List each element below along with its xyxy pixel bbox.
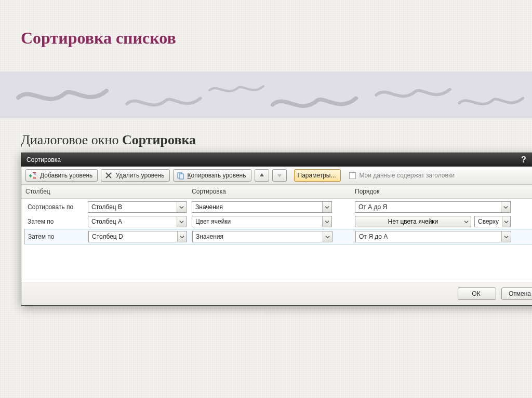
subtitle-bold: Сортировка — [122, 132, 196, 147]
sorton-combo[interactable]: Цвет ячейки — [192, 216, 332, 227]
dialog-toolbar: Добавить уровень Удалить уровень Копиров… — [21, 167, 532, 185]
headers-checkbox-wrap[interactable]: Мои данные содержат заголовки — [349, 172, 454, 179]
swirl-icon — [208, 77, 265, 101]
sorton-value: Значения — [192, 203, 322, 211]
color-value: Нет цвета ячейки — [388, 218, 438, 225]
order-value: От Я до А — [356, 233, 501, 240]
swirl-icon — [374, 81, 452, 105]
chevron-down-icon — [501, 202, 510, 212]
column-combo[interactable]: Столбец D — [88, 231, 187, 242]
grid-headers: Столбец Сортировка Порядок — [21, 185, 532, 199]
swirl-icon — [16, 83, 109, 107]
copy-level-button[interactable]: Копировать уровень — [173, 169, 251, 182]
parameters-button[interactable]: Параметры... — [294, 169, 341, 182]
chevron-down-icon — [177, 216, 186, 227]
chevron-down-icon — [323, 231, 332, 242]
column-combo[interactable]: Столбец B — [88, 201, 187, 213]
arrow-down-icon — [277, 173, 282, 178]
header-column: Столбец — [25, 188, 192, 195]
row-label: Сортировать по — [25, 203, 88, 211]
chevron-down-icon — [322, 202, 331, 212]
swirl-icon — [125, 90, 203, 114]
column-combo[interactable]: Столбец A — [88, 216, 187, 227]
slide-background: Сортировка списков Диалоговое окно Сорти… — [0, 0, 532, 398]
sort-row[interactable]: Сортировать по Столбец B Значения От А д… — [24, 200, 532, 214]
column-value: Столбец A — [88, 218, 177, 225]
add-level-icon — [29, 171, 37, 180]
sort-dialog: Сортировка ? Добавить уровень Удалить ур… — [21, 153, 532, 306]
row-label: Затем по — [26, 233, 88, 240]
decorative-band — [0, 72, 532, 118]
dialog-titlebar[interactable]: Сортировка ? — [21, 153, 532, 167]
swirl-icon — [457, 89, 525, 113]
position-combo[interactable]: Сверху — [474, 216, 511, 227]
column-value: Столбец D — [89, 233, 177, 240]
swirl-icon — [270, 90, 358, 114]
svg-rect-1 — [30, 174, 31, 177]
subtitle: Диалоговое окно Сортировка — [21, 132, 196, 148]
chevron-down-icon — [501, 231, 511, 242]
subtitle-prefix: Диалоговое окно — [21, 132, 122, 147]
dialog-title: Сортировка — [26, 156, 516, 163]
color-combo[interactable]: Нет цвета ячейки — [355, 216, 471, 227]
sort-row[interactable]: Затем по Столбец D Значения От Я до А — [24, 229, 532, 244]
arrow-up-icon — [259, 173, 264, 178]
sorton-value: Цвет ячейки — [192, 218, 322, 225]
delete-level-label: Удалить уровень — [115, 172, 164, 179]
delete-icon — [104, 171, 113, 180]
add-level-label: Добавить уровень — [40, 172, 92, 179]
chevron-down-icon — [322, 216, 331, 227]
move-up-button[interactable] — [255, 169, 269, 182]
headers-checkbox[interactable] — [349, 172, 356, 179]
header-order: Порядок — [355, 188, 532, 195]
sort-row[interactable]: Затем по Столбец A Цвет ячейки Нет цвета… — [24, 214, 532, 229]
order-combo[interactable]: От Я до А — [355, 231, 511, 242]
chevron-down-icon — [502, 216, 510, 227]
header-sorton: Сортировка — [192, 188, 355, 195]
slide-title: Сортировка списков — [21, 29, 176, 48]
order-combo[interactable]: От А до Я — [355, 201, 511, 213]
copy-level-label: Копировать уровень — [188, 172, 246, 179]
cancel-button[interactable]: Отмена — [501, 287, 532, 300]
ok-button[interactable]: ОК — [458, 287, 496, 300]
column-value: Столбец B — [88, 203, 177, 211]
sorton-value: Значения — [193, 233, 323, 240]
move-down-button[interactable] — [272, 169, 287, 182]
row-label: Затем по — [25, 218, 88, 225]
svg-rect-3 — [179, 174, 183, 179]
chevron-down-icon — [177, 231, 187, 242]
sorton-combo[interactable]: Значения — [192, 201, 332, 213]
headers-checkbox-label: Мои данные содержат заголовки — [359, 172, 454, 179]
dialog-footer: ОК Отмена — [21, 282, 532, 305]
grid-body: Сортировать по Столбец B Значения От А д… — [21, 199, 532, 282]
chevron-down-icon — [177, 202, 186, 212]
position-value: Сверху — [475, 218, 502, 225]
chevron-down-icon — [464, 216, 469, 227]
delete-level-button[interactable]: Удалить уровень — [101, 169, 169, 182]
order-value: От А до Я — [355, 203, 501, 211]
add-level-button[interactable]: Добавить уровень — [25, 169, 98, 182]
copy-icon — [177, 171, 185, 180]
sorton-combo[interactable]: Значения — [192, 231, 332, 242]
help-button[interactable]: ? — [518, 155, 529, 165]
